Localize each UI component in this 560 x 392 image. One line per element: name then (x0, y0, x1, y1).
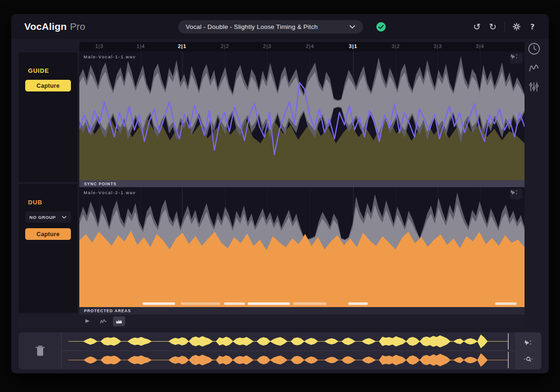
dub-waveform (79, 187, 525, 307)
process-status-badge (376, 22, 386, 32)
guide-capture-button[interactable]: Capture (25, 80, 71, 91)
ruler-tick: 2|3 (263, 43, 272, 49)
dub-capture-button[interactable]: Capture (25, 228, 71, 240)
ruler-tick: 1|3 (95, 43, 104, 49)
protected-areas-label: PROTECTED AREAS (84, 308, 131, 313)
sync-points-label: SYNC POINTS (84, 182, 117, 186)
energy-bars-icon (115, 318, 123, 324)
dub-fit-zoom-button[interactable] (510, 189, 522, 199)
trash-icon (34, 344, 46, 357)
view-tools (526, 42, 541, 93)
guide-waveform-panel[interactable]: Male-Vocal-1-1.wav (79, 51, 525, 180)
waveform-fit-icon (510, 53, 518, 60)
vocalign-window: VocAlign Pro Vocal - Double - Slightly L… (11, 14, 549, 373)
dub-file-name: Male-Vocal-2-1.wav (84, 190, 136, 195)
redo-button[interactable]: ↻ (485, 19, 501, 35)
horizontal-zoom-button[interactable] (522, 354, 534, 364)
waveform-fit-icon (524, 339, 532, 346)
undo-button[interactable]: ↺ (469, 19, 485, 35)
settings-sliders-button[interactable] (527, 80, 540, 93)
gear-icon (512, 22, 521, 31)
overview-fit-button[interactable] (522, 337, 534, 348)
time-view-button[interactable] (527, 42, 540, 55)
help-button[interactable]: ? (525, 19, 540, 35)
protected-areas-strip[interactable]: PROTECTED AREAS (79, 307, 525, 315)
dub-label: DUB (28, 199, 77, 206)
overview-bar (19, 332, 541, 370)
clock-icon (528, 42, 540, 55)
dub-group-value: NO GROUP (29, 215, 62, 220)
chevron-down-icon (62, 216, 67, 219)
sync-points-strip[interactable]: SYNC POINTS (79, 180, 525, 187)
ruler-tick: 3|1 (349, 43, 357, 49)
ruler-tick: 1|4 (137, 43, 145, 49)
overview-tracks (62, 332, 515, 370)
status-circle (377, 22, 386, 32)
brand-edition: Pro (70, 21, 85, 32)
guide-label: GUIDE (28, 67, 77, 74)
waveform-fit-icon (510, 189, 518, 196)
brand-name: VocAlign (24, 21, 67, 32)
guide-file-name: Male-Vocal-1-1.wav (84, 54, 136, 59)
settings-button[interactable] (509, 19, 525, 35)
ruler-tick: 3|2 (392, 43, 400, 49)
play-wave-icon (84, 318, 91, 324)
mode-playback-button[interactable] (81, 316, 93, 326)
dub-waveform-panel[interactable]: Male-Vocal-2-1.wav (79, 187, 525, 307)
edit-mode-toolbar (18, 315, 525, 328)
guide-section: GUIDE Capture (19, 52, 77, 182)
top-bar-actions: ↺ ↻ ? (469, 14, 540, 39)
mode-energy-button[interactable] (113, 316, 125, 326)
ruler-tick: 2|2 (221, 43, 229, 49)
chevron-down-icon (349, 25, 356, 29)
ruler-tick: 2|1 (178, 43, 186, 49)
preset-name: Vocal - Double - Slightly Loose Timing &… (186, 23, 349, 30)
top-bar: VocAlign Pro Vocal - Double - Slightly L… (11, 14, 549, 39)
pitch-curve-icon (99, 318, 107, 324)
zoom-magnifier-icon (523, 356, 533, 363)
overview-zoom-tools (515, 332, 541, 370)
guide-waveform (79, 51, 525, 180)
screen-background: VocAlign Pro Vocal - Double - Slightly L… (0, 0, 560, 392)
ruler-tick: 2|4 (306, 43, 314, 49)
ruler-tick: 3|3 (434, 43, 442, 49)
toolbar-divider (504, 21, 505, 32)
guide-fit-zoom-button[interactable] (510, 53, 522, 63)
mode-pitch-button[interactable] (97, 316, 109, 326)
overview-dub-track[interactable] (62, 350, 515, 369)
pitch-view-button[interactable] (527, 61, 540, 74)
sliders-icon (529, 81, 539, 92)
dub-section: DUB NO GROUP Capture (19, 184, 77, 313)
preset-dropdown[interactable]: Vocal - Double - Slightly Loose Timing &… (178, 20, 363, 34)
pitch-curve-icon (528, 63, 539, 73)
overview-guide-track[interactable] (62, 332, 515, 350)
timeline-ruler[interactable]: 1|31|42|12|22|32|43|13|23|33|4 (79, 42, 525, 51)
delete-capture-button[interactable] (19, 332, 62, 370)
dub-group-dropdown[interactable]: NO GROUP (25, 211, 71, 223)
app-logo: VocAlign Pro (24, 14, 85, 39)
ruler-tick: 3|4 (476, 43, 484, 49)
